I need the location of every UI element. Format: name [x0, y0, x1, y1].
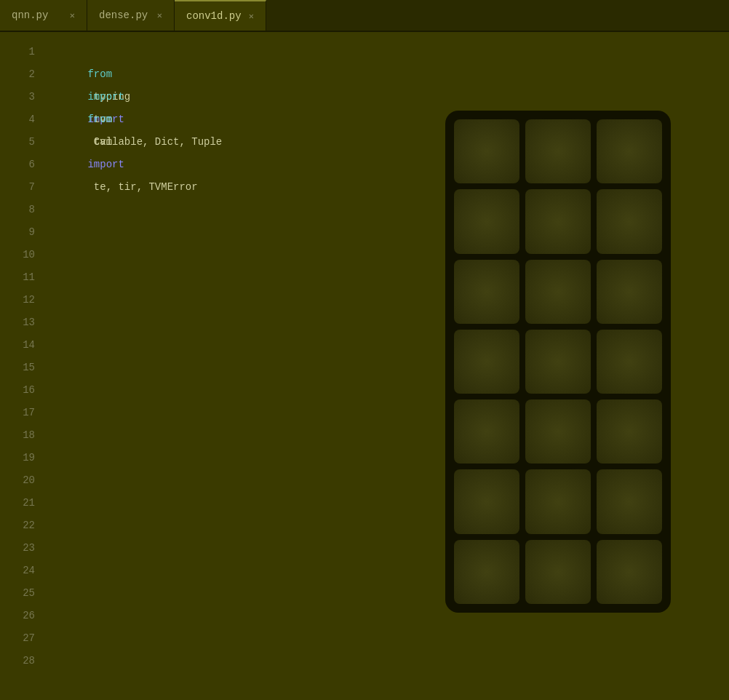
- tab-dense[interactable]: dense.py ✕: [87, 0, 175, 31]
- grid-cell-12: [454, 399, 519, 464]
- grid-cell-20: [597, 540, 662, 604]
- code-line-3: from tvm import te, tir, TVMError: [51, 86, 729, 108]
- grid-cell-11: [597, 330, 662, 394]
- grid-cell-1: [525, 119, 591, 183]
- keyword-import-2: import: [87, 91, 124, 103]
- grid-cell-4: [525, 189, 591, 253]
- grid-cell-9: [454, 330, 519, 394]
- tab-dense-close[interactable]: ✕: [157, 10, 162, 21]
- grid-cell-7: [525, 260, 591, 324]
- grid-overlay: [445, 111, 671, 613]
- tab-qnn-label: qnn.py: [12, 9, 48, 21]
- grid-cell-8: [597, 260, 662, 324]
- code-text-3b: te, tir, TVMError: [87, 181, 197, 193]
- grid-cell-15: [454, 469, 519, 533]
- code-line-27: [51, 627, 729, 650]
- line-numbers: 1234567891011121314151617181920212223242…: [0, 32, 44, 700]
- grid-cell-17: [597, 469, 662, 533]
- grid-cell-5: [597, 189, 662, 253]
- tab-dense-label: dense.py: [99, 9, 148, 21]
- keyword-from-1: from: [87, 68, 112, 80]
- code-area[interactable]: from typing import Callable, Dict, Tuple…: [44, 32, 729, 700]
- tab-qnn[interactable]: qnn.py ✕: [0, 0, 87, 31]
- grid-cell-18: [454, 540, 519, 604]
- tab-conv1d[interactable]: conv1d.py ✕: [175, 0, 266, 31]
- keyword-import-3: import: [87, 159, 124, 170]
- grid-cell-13: [525, 399, 591, 464]
- keyword-from-3: from: [87, 114, 112, 125]
- code-text-3a: tvm: [87, 136, 118, 148]
- grid-cell-16: [525, 469, 591, 533]
- grid-cell-14: [597, 399, 662, 464]
- editor: 1234567891011121314151617181920212223242…: [0, 32, 729, 700]
- grid-cell-0: [454, 119, 519, 183]
- code-line-28: [51, 650, 729, 672]
- tab-conv1d-close[interactable]: ✕: [249, 11, 254, 22]
- grid-cell-19: [525, 540, 591, 604]
- code-line-1: from typing import Callable, Dict, Tuple: [51, 41, 729, 63]
- grid-cell-2: [597, 119, 662, 183]
- grid-cell-3: [454, 189, 519, 253]
- tab-qnn-close[interactable]: ✕: [70, 10, 75, 21]
- tab-bar: qnn.py ✕ dense.py ✕ conv1d.py ✕: [0, 0, 729, 32]
- grid-cell-6: [454, 260, 519, 324]
- code-line-2: import tvm: [51, 63, 729, 86]
- grid-cell-10: [525, 330, 591, 394]
- tab-conv1d-label: conv1d.py: [186, 10, 242, 22]
